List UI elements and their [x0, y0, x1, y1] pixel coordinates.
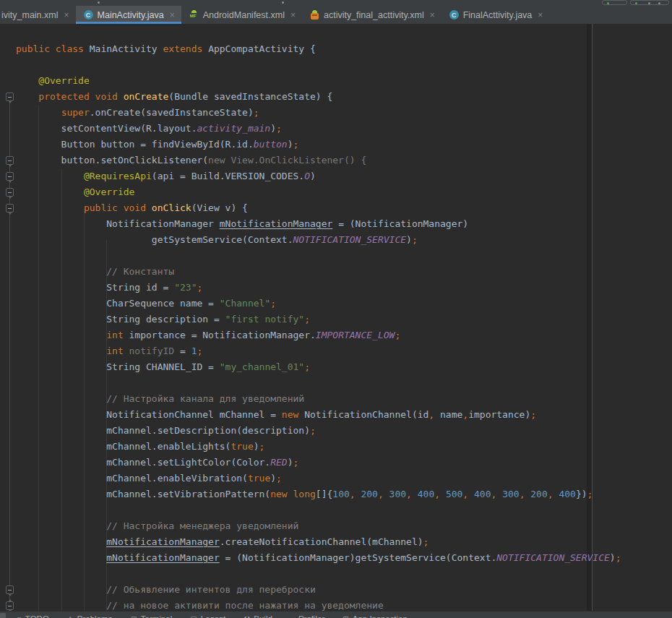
tool-window-label: Build	[254, 614, 272, 618]
fold-marker-icon[interactable]	[6, 585, 14, 594]
android-manifest-icon: MF	[189, 10, 199, 20]
code-line: protected void onCreate(Bundle savedInst…	[0, 89, 672, 105]
tool-window-bar: ≡TODO⚠Problems▣Terminal▤Logcat⚒Build◔Pro…	[0, 611, 672, 618]
code-line: mChannel.setVibrationPattern(new long[]{…	[0, 486, 672, 502]
code-line: getSystemService(Context.NOTIFICATION_SE…	[0, 232, 672, 248]
code-line: // Настройка канала для уведомлений	[0, 391, 672, 407]
code-line: int notifyID = 1;	[0, 343, 672, 359]
code-line: // Обьявление интентов для переброски	[0, 582, 672, 598]
fold-marker-icon[interactable]	[6, 204, 14, 213]
code-line	[0, 57, 672, 73]
code-line: Button button = findViewById(R.id.button…	[0, 137, 672, 153]
tab-finalacttivity-java[interactable]: CFinalActtivity.java×	[441, 6, 550, 24]
tab-activity-final-acttivity-xml[interactable]: activity_final_acttivity.xml×	[302, 6, 441, 24]
tool-window-label: TODO	[25, 614, 49, 618]
code-line: mChannel.setLightColor(Color.RED);	[0, 455, 672, 471]
ide-window: ivity_main.xml×CMainActivity.java×MFAndr…	[0, 0, 672, 618]
tab-mainactivity-java[interactable]: CMainActivity.java×	[76, 6, 181, 24]
code-line: NotificationChannel mChannel = new Notif…	[0, 407, 672, 423]
fold-marker-icon[interactable]	[6, 156, 14, 165]
close-icon[interactable]: ×	[64, 11, 69, 20]
code-line	[0, 375, 672, 391]
close-icon[interactable]: ×	[170, 11, 175, 20]
fold-marker-icon[interactable]	[6, 172, 14, 181]
code-line: mNotificationManager.createNotificationC…	[0, 534, 672, 550]
toolbar-dot	[98, 1, 100, 4]
code-line	[0, 248, 672, 264]
close-icon[interactable]: ×	[290, 11, 296, 20]
tool-window-button-app-inspection[interactable]: ⊞App Inspection	[343, 614, 407, 618]
java-class-icon: C	[449, 10, 459, 20]
code-line: // на новое активити после нажатия на ув…	[0, 598, 672, 611]
problems-icon: ⚠	[67, 615, 74, 618]
tool-window-label: App Inspection	[353, 614, 408, 618]
tab-androidmanifest-xml[interactable]: MFAndroidManifest.xml×	[181, 6, 302, 24]
code-line: public void onClick(View v) {	[0, 200, 672, 216]
code-line: CharSequence name = "Channel";	[0, 296, 672, 312]
code-line: @Override	[0, 73, 672, 89]
code-editor[interactable]: public class MainActivity extends AppCom…	[0, 24, 672, 611]
profiler-icon: ◔	[290, 615, 295, 618]
code-line: NotificationManager mNotificationManager…	[0, 216, 672, 232]
logcat-icon: ▤	[190, 615, 197, 618]
toolbar-dot-icon	[648, 2, 650, 4]
toolbar-dot	[282, 1, 284, 4]
app-inspection-icon: ⊞	[343, 615, 348, 618]
code-line	[0, 566, 672, 582]
tool-window-button-logcat[interactable]: ▤Logcat	[190, 614, 225, 618]
tab-label: activity_final_acttivity.xml	[324, 10, 424, 20]
toolbar-widget-group[interactable]	[602, 0, 627, 5]
tool-window-button-todo[interactable]: ≡TODO	[17, 614, 49, 618]
code-line: // Настройка менеджера уведомлений	[0, 518, 672, 534]
tool-window-button-build[interactable]: ⚒Build	[244, 614, 272, 618]
close-icon[interactable]: ×	[538, 11, 543, 20]
code-line: int importance = NotificationManager.IMP…	[0, 327, 672, 343]
close-icon[interactable]: ×	[430, 11, 435, 20]
build-icon: ⚒	[244, 615, 250, 618]
code-line: // Константы	[0, 264, 672, 280]
tool-window-button-problems[interactable]: ⚠Problems	[67, 614, 113, 618]
code-line	[0, 502, 672, 518]
code-line: mChannel.enableVibration(true);	[0, 471, 672, 486]
terminal-icon: ▣	[130, 615, 137, 618]
code-line: String description = "first notify";	[0, 312, 672, 327]
code-line: mNotificationManager = (NotificationMana…	[0, 550, 672, 566]
run-status-dot-icon	[607, 2, 609, 4]
code-line: super.onCreate(savedInstanceState);	[0, 105, 672, 121]
fold-marker-icon[interactable]	[6, 188, 14, 197]
tab-ivity-main-xml[interactable]: ivity_main.xml×	[0, 6, 76, 24]
tool-window-label: Profiler	[298, 614, 324, 618]
tool-window-button-profiler[interactable]: ◔Profiler	[290, 614, 324, 618]
code-line: String CHANNEL_ID = "my_channel_01";	[0, 359, 672, 375]
code-line: @RequiresApi(api = Build.VERSION_CODES.O…	[0, 168, 672, 184]
code-lines: public class MainActivity extends AppCom…	[0, 41, 672, 611]
run-status-dot-icon	[635, 2, 637, 4]
tool-window-label: Terminal	[141, 614, 172, 618]
code-line: mChannel.setDescription(description);	[0, 423, 672, 439]
code-line: public class MainActivity extends AppCom…	[0, 41, 672, 57]
toolbar-dot-icon	[658, 2, 660, 4]
todo-icon: ≡	[17, 615, 22, 618]
tool-window-label: Problems	[77, 614, 113, 618]
tab-label: FinalActtivity.java	[463, 10, 533, 20]
code-line: mChannel.enableLights(true);	[0, 439, 672, 455]
code-line: @Override	[0, 184, 672, 200]
fold-marker-icon[interactable]	[6, 93, 14, 101]
code-line: setContentView(R.layout.activity_main);	[0, 121, 672, 137]
code-line: String id = "23";	[0, 280, 672, 296]
tab-label: AndroidManifest.xml	[203, 10, 285, 20]
java-class-icon: C	[84, 10, 93, 20]
toolbar-widget-group[interactable]	[630, 0, 669, 5]
tab-label: MainActivity.java	[98, 10, 164, 20]
fold-marker-icon[interactable]	[6, 601, 14, 610]
code-line: button.setOnClickListener(new View.OnCli…	[0, 153, 672, 168]
layout-file-icon	[310, 10, 319, 20]
tool-window-label: Logcat	[201, 614, 226, 618]
editor-tab-bar: ivity_main.xml×CMainActivity.java×MFAndr…	[0, 6, 672, 24]
tab-label: ivity_main.xml	[1, 10, 59, 20]
tool-window-button-terminal[interactable]: ▣Terminal	[130, 614, 172, 618]
